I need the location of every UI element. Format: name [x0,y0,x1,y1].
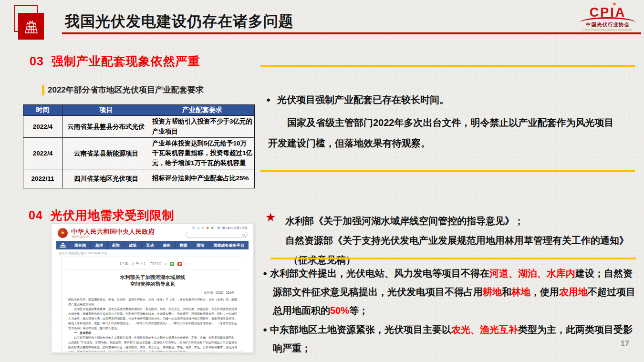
section-03-heading: 03强制产业配套现象依然严重 [30,53,200,69]
section-04-title: 光伏用地需求受到限制 [51,208,175,222]
text-segment: 50% [330,305,349,316]
gold-rule-top [260,65,635,67]
print-button[interactable]: 打印 [150,261,161,266]
gov-article-toolbar: 【字体：大 中 小】 打印 < + [62,261,244,266]
search-icon [242,234,245,236]
gov-doc-number: 水河湖〔2022〕216号 [62,291,234,295]
text-segment: 耕地 [483,287,502,297]
gov-doc-section-heading: 一、总体要求 [68,331,237,335]
policy-line: 自然资源部《关于支持光伏发电产业发展规范用地用林用草管理有关工作的通知》 [285,231,629,250]
gov-article-card: 【字体：大 中 小】 打印 < + 水利部关于加强河湖水域岸线 空间管控的指导意… [61,257,244,352]
gov-doc-title-line2: 空间管控的指导意见 [62,281,244,288]
cell-time: 2022/4 [23,116,62,138]
text-segment: 农光、渔光互补 [451,324,518,335]
cell-time: 2022/11 [23,169,62,188]
requirements-table: 时间 项目 产业配套要求 2022/4 云南省某县整县分布式光伏 投资方帮助引入… [23,104,255,188]
gov-doc-salutation: 部机关各司局，部直属各单位，各省、自治区、直辖市河长办、水利（水务）厅（局），各… [68,297,237,307]
mobile-icon[interactable]: ✆ [202,226,205,229]
gov-nav-item[interactable]: 总理 [90,241,107,249]
gov-nav-item[interactable]: 新闻 [107,241,124,249]
sec04-bullet-list: ●水利部文件提出，光伏电站、风力发电等项目不得在河道、湖泊、水库内建设；自然资源… [263,264,641,362]
cell-project: 云南省某县新能源项目 [62,138,150,169]
bullet-text: 中东部地区土地资源紧张，光伏项目主要以农光、渔光互补类型为主，此两类项目受影响严… [270,324,633,353]
bullet-icon: ● [263,325,267,333]
weibo-icon[interactable]: ❀ [206,226,209,229]
gov-site-url: www.gov.cn [72,235,89,238]
page-number: 17 [621,340,629,348]
solar-panel-icon [18,13,44,40]
language-links[interactable]: 简 | 繁 | EN | 注册 | 登录 [217,227,248,229]
gov-nav-bar: 国务院 总理 新闻 政策 互动 服务 数据 国情 国家政务服务平台 [56,241,249,249]
text-segment: 农用地 [559,287,588,297]
list-item: ●水利部文件提出，光伏电站、风力发电等项目不得在河道、湖泊、水库内建设；自然资源… [263,264,641,320]
cell-project: 四川省某地区光伏项目 [62,169,150,188]
cell-time: 2022/4 [23,138,62,169]
cell-requirement: 产业单体投资达到5亿元给予10万千瓦装机容量指标，投资每超过1亿元，给予增加1万… [150,138,255,169]
cpia-acronym: CPIA [576,6,639,19]
gov-nav-item[interactable]: 国务院 [70,241,90,249]
gov-nav-item[interactable]: 服务 [158,241,175,249]
gov-doc-paragraph: 河湖是水资源的重要载体，是生态系统的重要组成部分，事关防洪、供水、生态安全、空间… [68,307,237,331]
star-bullet-icon: ★ [265,210,276,224]
sec03-key-point: ●光伏项目强制产业配套已存在较长时间。 [266,93,449,106]
gold-rule-middle [260,170,635,172]
gov-doc-title: 水利部关于加强河湖水域岸线 空间管控的指导意见 [62,274,244,288]
gold-rule-bottom [270,258,636,259]
gov-website-screenshot: ★ 中华人民共和国中央人民政府 www.gov.cn ✉ ◎ ✆ ❀ ✿ 简 |… [52,224,253,352]
gov-nav-item[interactable]: 政策 [124,241,141,249]
gov-doc-body: 部机关各司局，部直属各单位，各省、自治区、直辖市河长办、水利（水务）厅（局），各… [68,297,237,352]
weibo-share-icon[interactable] [177,262,182,266]
gov-nav-item[interactable]: 数据 [175,241,192,249]
mail-icon[interactable]: ✉ [192,226,196,229]
policy-line: 水利部《关于加强河湖水域岸线空间管控的指导意见》； [285,211,629,231]
text-segment: 等； [349,305,368,316]
gov-home-icon[interactable] [56,241,70,249]
gov-nav-item[interactable]: 国家政务服务平台 [209,241,249,249]
gov-doc-paragraph: 以习近平新时代中国特色社会主义思想为指导，全面贯彻党的十九大和十九届历次全会精神… [68,335,237,352]
sec03-key-point-text: 光伏项目强制产业配套已存在较长时间。 [277,94,449,105]
national-emblem-icon: ★ [58,228,68,238]
page-title: 我国光伏发电建设仍存在诸多问题 [65,11,294,31]
gov-utility-row: ✉ ◎ ✆ ❀ ✿ 简 | 繁 | EN | 注册 | 登录 [192,226,248,230]
cpia-org-name-en: China Photovoltaic Industry Association [576,28,639,31]
list-item: ●中东部地区土地资源紧张，光伏项目主要以农光、渔光互补类型为主，此两类项目受影响… [263,320,641,358]
more-share-icon[interactable]: + [185,262,187,266]
font-size-control[interactable]: 【字体：大 中 小】 [118,261,146,266]
wechat-share-icon[interactable] [170,262,174,266]
table-row: 2022/4 云南省某县新能源项目 产业单体投资达到5亿元给予10万千瓦装机容量… [23,138,255,169]
gov-doc-title-line1: 水利部关于加强河湖水域岸线 [62,274,244,281]
policy-documents-list: 水利部《关于加强河湖水域岸线空间管控的指导意见》； 自然资源部《关于支持光伏发电… [285,211,629,270]
bullet-icon: ● [263,269,267,277]
sec03-paragraph: 国家及省级主管部门2022年多次出台文件，明令禁止以产业配套作为风光项目开发建设… [268,113,614,154]
rss-icon[interactable]: ◎ [197,226,200,229]
table-caption: 2022年部分省市地区光伏项目产业配套要求 [42,84,204,95]
cpia-logo: ✹ CPIA 中国光伏行业协会 China Photovoltaic Indus… [576,2,639,31]
toolbar-divider [66,269,239,270]
section-03-number: 03 [30,54,44,68]
header-underline [62,32,641,34]
section-03-title: 强制产业配套现象依然严重 [52,54,200,68]
gov-nav-item[interactable]: 国情 [192,241,208,249]
wechat-icon[interactable]: ✿ [211,226,214,229]
cpia-org-name-cn: 中国光伏行业协会 [576,21,639,28]
table-header-row: 时间 项目 产业配套要求 [23,105,255,116]
slide: 我国光伏发电建设仍存在诸多问题 ✹ CPIA 中国光伏行业协会 China Ph… [0,0,644,362]
text-segment: ，使用 [530,287,559,297]
gov-search-input[interactable] [186,232,248,238]
text-segment: 水利部文件提出，光伏电站、风力发电等项目不得在 [270,268,489,279]
gov-nav-item[interactable]: 互动 [141,241,158,249]
cell-requirement: 投资方帮助引入投资不少于3亿元的产业项目 [150,116,255,138]
column-header-project: 项目 [62,105,150,116]
table-caption-text: 2022年部分省市地区光伏项目产业配套要求 [48,84,204,95]
table-row: 2022/11 四川省某地区光伏项目 招标评分法则中产业配套占比25% [23,169,255,188]
text-segment: 河道、湖泊、水库内 [489,268,575,279]
share-arrow-icon[interactable]: < [165,262,166,266]
cell-requirement: 招标评分法则中产业配套占比25% [150,169,255,188]
section-04-number: 04 [29,208,43,222]
caption-accent-bar [42,85,44,95]
bullet-icon: ● [266,95,270,103]
gov-breadcrumb[interactable]: 首页 > 国务院公报 > 2022年第20号 [59,251,107,256]
printer-icon [150,262,154,265]
list-item: ●相关用地政策如不能得到完善，可能极大影响中东部地区新增光伏装机规模。 [263,358,641,362]
column-header-time: 时间 [23,105,62,116]
